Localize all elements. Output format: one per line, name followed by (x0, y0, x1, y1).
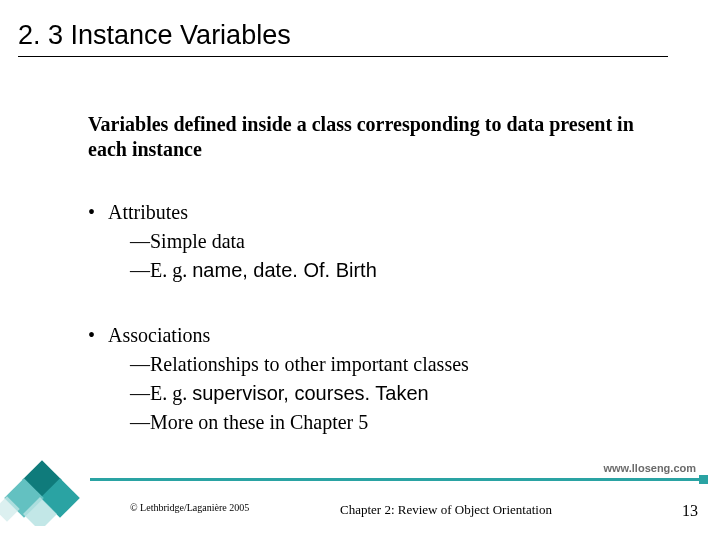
sub-text-code: name, date. Of. Birth (192, 259, 377, 281)
sub-item: —E. g. supervisor, courses. Taken (88, 379, 648, 408)
dash-icon: — (130, 227, 150, 256)
corner-decoration-icon (0, 446, 108, 526)
copyright-text: © Lethbridge/Laganière 2005 (130, 502, 249, 513)
dash-icon: — (130, 408, 150, 437)
sub-text: More on these in Chapter 5 (150, 411, 368, 433)
dash-icon: — (130, 379, 150, 408)
intro-text: Variables defined inside a class corresp… (88, 112, 648, 162)
title-underline (18, 56, 668, 57)
bullet-item: • Attributes (88, 198, 648, 227)
sub-item: —Relationships to other important classe… (88, 350, 648, 379)
bullet-dot-icon: • (88, 198, 108, 227)
bullet-dot-icon: • (88, 321, 108, 350)
sub-text: E. g. (150, 382, 192, 404)
slide: 2. 3 Instance Variables Variables define… (0, 0, 720, 540)
sub-item: —More on these in Chapter 5 (88, 408, 648, 437)
bullet-label: Attributes (108, 198, 188, 227)
sub-item: —Simple data (88, 227, 648, 256)
sub-text-code: supervisor, courses. Taken (192, 382, 428, 404)
site-url: www.lloseng.com (604, 462, 697, 474)
divider-bar (90, 478, 706, 481)
chapter-text: Chapter 2: Review of Object Orientation (340, 502, 552, 518)
sub-text: Relationships to other important classes (150, 353, 469, 375)
bullet-group: • Associations —Relationships to other i… (88, 321, 648, 437)
dash-icon: — (130, 350, 150, 379)
dash-icon: — (130, 256, 150, 285)
bullet-item: • Associations (88, 321, 648, 350)
sub-text: Simple data (150, 230, 245, 252)
sub-item: —E. g. name, date. Of. Birth (88, 256, 648, 285)
bullet-label: Associations (108, 321, 210, 350)
slide-title: 2. 3 Instance Variables (18, 20, 291, 51)
page-number: 13 (682, 502, 698, 520)
slide-body: Variables defined inside a class corresp… (88, 112, 648, 437)
bullet-group: • Attributes —Simple data —E. g. name, d… (88, 198, 648, 285)
sub-text: E. g. (150, 259, 192, 281)
